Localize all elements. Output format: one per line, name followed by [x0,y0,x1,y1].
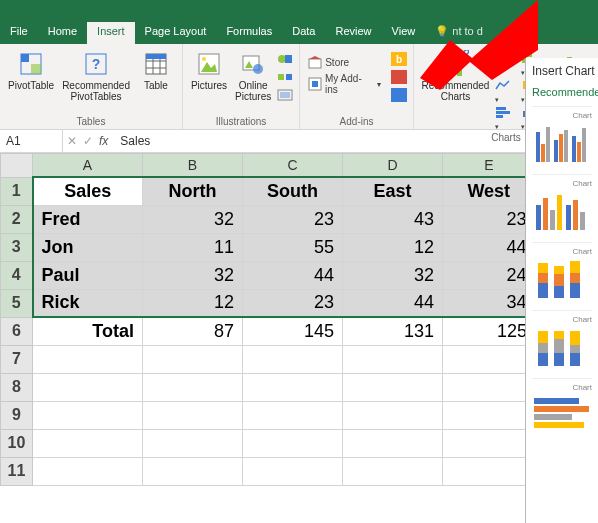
cell[interactable]: 12 [143,289,243,317]
cell[interactable] [33,429,143,457]
cell[interactable]: West [443,177,536,205]
cell[interactable]: North [143,177,243,205]
chart-thumbnail[interactable]: Chart [532,174,592,234]
fx-icon[interactable]: fx [99,134,108,148]
cell[interactable]: 23 [243,289,343,317]
tab-view[interactable]: View [382,22,426,44]
cell[interactable]: 32 [143,205,243,233]
cell[interactable]: 32 [143,261,243,289]
col-header[interactable]: A [33,154,143,178]
row-header[interactable]: 2 [1,205,33,233]
cancel-icon[interactable]: ✕ [67,134,77,148]
pivottable-button[interactable]: PivotTable [6,48,56,93]
people-graph-icon[interactable] [391,70,407,86]
cell[interactable]: Jon [33,233,143,261]
row-header[interactable]: 5 [1,289,33,317]
recommended-pivottables-button[interactable]: ? Recommended PivotTables [60,48,132,104]
tab-formulas[interactable]: Formulas [216,22,282,44]
spreadsheet-grid[interactable]: A B C D E 1 Sales North South East West … [0,153,537,486]
cell[interactable] [243,401,343,429]
cell[interactable]: 145 [243,317,343,345]
cell[interactable] [343,401,443,429]
bar-chart-icon[interactable]: ▾ [495,106,518,131]
row-header[interactable]: 8 [1,373,33,401]
table-button[interactable]: Table [136,48,176,93]
recommended-charts-button[interactable]: ? Recommended Charts [420,48,491,104]
pictures-button[interactable]: Pictures [189,48,229,93]
col-header[interactable]: C [243,154,343,178]
cell[interactable]: 23 [443,205,536,233]
cell[interactable]: 44 [443,233,536,261]
cell[interactable]: Paul [33,261,143,289]
chart-thumbnail[interactable]: Chart [532,310,592,370]
cell[interactable]: 23 [243,205,343,233]
cell[interactable]: Total [33,317,143,345]
formula-input[interactable]: Sales [112,134,150,148]
cell[interactable] [443,457,536,485]
tab-file[interactable]: File [0,22,38,44]
cell[interactable] [143,345,243,373]
row-header[interactable]: 9 [1,401,33,429]
tab-home[interactable]: Home [38,22,87,44]
online-pictures-button[interactable]: Online Pictures [233,48,273,104]
cell[interactable] [33,401,143,429]
tab-page-layout[interactable]: Page Layout [135,22,217,44]
cell[interactable]: Sales [33,177,143,205]
cell[interactable] [343,429,443,457]
cell[interactable] [243,373,343,401]
shapes-icon[interactable] [277,52,293,68]
cell[interactable]: South [243,177,343,205]
cell[interactable] [33,345,143,373]
name-box[interactable]: A1 [0,130,63,152]
cell[interactable] [443,401,536,429]
cell[interactable]: Fred [33,205,143,233]
row-header[interactable]: 3 [1,233,33,261]
cell[interactable] [343,373,443,401]
chart-thumbnail[interactable]: Chart [532,242,592,302]
cell[interactable] [143,457,243,485]
screenshot-icon[interactable] [277,88,293,104]
bing-maps-icon[interactable]: b [391,52,407,68]
cell[interactable] [33,373,143,401]
select-all-corner[interactable] [1,154,33,178]
cell[interactable]: 131 [343,317,443,345]
tab-insert[interactable]: Insert [87,22,135,44]
cell[interactable]: East [343,177,443,205]
cell[interactable]: 44 [343,289,443,317]
store-button[interactable]: Store [306,54,383,70]
line-chart-icon[interactable]: ▾ [495,79,518,104]
smartart-icon[interactable] [277,70,293,86]
row-header[interactable]: 11 [1,457,33,485]
tab-data[interactable]: Data [282,22,325,44]
cell[interactable] [343,345,443,373]
tell-me-search[interactable]: 💡 nt to d [425,22,493,44]
cell[interactable]: 32 [343,261,443,289]
chart-thumbnail[interactable]: Chart [532,378,592,438]
cell[interactable]: 87 [143,317,243,345]
visio-icon[interactable] [391,88,407,104]
cell[interactable]: 55 [243,233,343,261]
cell[interactable] [243,345,343,373]
cell[interactable]: 125 [443,317,536,345]
cell[interactable]: 11 [143,233,243,261]
cell[interactable] [143,373,243,401]
cell[interactable] [343,457,443,485]
cell[interactable]: 24 [443,261,536,289]
enter-icon[interactable]: ✓ [83,134,93,148]
col-header[interactable]: D [343,154,443,178]
cell[interactable]: 43 [343,205,443,233]
col-header[interactable]: E [443,154,536,178]
cell[interactable]: 12 [343,233,443,261]
row-header[interactable]: 1 [1,177,33,205]
cell[interactable] [443,345,536,373]
chart-thumbnail[interactable]: Chart [532,106,592,166]
cell[interactable] [143,429,243,457]
cell[interactable] [33,457,143,485]
col-header[interactable]: B [143,154,243,178]
cell[interactable] [443,373,536,401]
row-header[interactable]: 7 [1,345,33,373]
cell[interactable]: 44 [243,261,343,289]
cell[interactable]: Rick [33,289,143,317]
cell[interactable] [143,401,243,429]
tab-review[interactable]: Review [325,22,381,44]
